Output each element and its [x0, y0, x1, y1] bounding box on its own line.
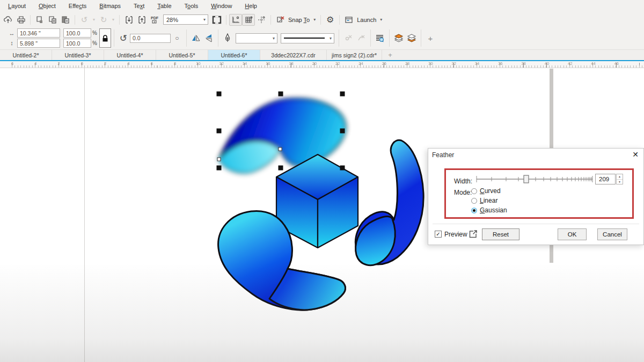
scale-height-field[interactable]: 100.0 [63, 39, 91, 48]
paste-icon[interactable] [59, 14, 72, 26]
document-tab-untitled-4[interactable]: Untitled-4* [104, 50, 156, 60]
menu-item-text[interactable]: Text [127, 0, 151, 12]
curve-node-marker[interactable] [217, 158, 221, 161]
width-spinner[interactable]: ▲ ▼ [616, 174, 623, 184]
undo-dropdown-icon[interactable]: ▾ [91, 17, 97, 22]
selection-handle[interactable] [217, 129, 222, 134]
document-tab-untitled-5[interactable]: Untitled-5* [156, 50, 208, 60]
mode-option-linear[interactable]: Linear [471, 196, 507, 205]
zoom-level-combobox[interactable]: 28% ▾ [163, 14, 208, 25]
document-tab-untitled-2[interactable]: Untitled-2* [0, 50, 52, 60]
launch-label[interactable]: Launch [355, 17, 378, 23]
selection-handle[interactable] [217, 92, 222, 97]
reset-button[interactable]: Reset [482, 228, 519, 240]
document-tab-untitled-3[interactable]: Untitled-3* [52, 50, 104, 60]
wrap-text-icon[interactable] [374, 32, 386, 44]
slider-handle[interactable] [524, 175, 529, 183]
preview-checkbox[interactable]: ✓ [435, 231, 442, 238]
close-icon[interactable]: ✕ [632, 150, 639, 159]
radio-icon-gaussian[interactable] [471, 208, 477, 213]
node-reduce-2-icon[interactable] [355, 32, 368, 44]
publish-pdf-icon[interactable]: PDF [148, 14, 161, 26]
rotation-center-icon[interactable]: ○ [171, 32, 184, 44]
lock-ratio-button[interactable] [99, 28, 111, 48]
ruler-label: 6 [11, 61, 13, 66]
line-style-dropdown[interactable]: ▾ [281, 33, 334, 43]
redo-dropdown-icon[interactable]: ▾ [110, 17, 116, 22]
selection-handle[interactable] [279, 166, 283, 171]
selection-handle[interactable] [279, 92, 283, 97]
popout-icon[interactable] [468, 229, 478, 239]
snap-to-dropdown-icon[interactable]: ▾ [311, 17, 318, 22]
document-tab-file-5[interactable]: 3ddec2022X7.cdr [260, 50, 327, 60]
zoom-dropdown-icon[interactable]: ▾ [201, 17, 208, 22]
mirror-vertical-icon[interactable] [202, 32, 215, 44]
snap-to-label[interactable]: Snap To [287, 17, 311, 23]
ruler-label: 8 [174, 61, 176, 66]
right-comma-shape[interactable] [355, 140, 423, 265]
menu-item-bitmaps[interactable]: Bitmaps [93, 0, 127, 12]
selection-handle[interactable] [340, 129, 345, 134]
selection-handle[interactable] [340, 166, 345, 171]
mode-option-curved[interactable]: Curved [471, 186, 507, 196]
node-reduce-icon[interactable] [342, 32, 355, 44]
print-icon[interactable] [14, 14, 27, 26]
spinner-down-icon[interactable]: ▼ [617, 180, 623, 184]
outline-width-dropdown-icon[interactable]: ▾ [270, 36, 277, 41]
cloud-upload-icon[interactable] [2, 14, 14, 26]
selection-handle[interactable] [217, 166, 222, 171]
document-tab-file-6[interactable]: jims sign2 (2).cdr* [327, 50, 382, 60]
toolbar-separator [339, 29, 339, 47]
scale-width-field[interactable]: 100.0 [63, 28, 91, 38]
show-grid-icon[interactable] [242, 14, 255, 26]
toolbar-separator [339, 15, 340, 25]
to-back-icon[interactable] [405, 32, 418, 44]
line-style-dropdown-icon[interactable]: ▾ [327, 36, 334, 41]
radio-icon-linear[interactable] [471, 198, 477, 204]
outline-width-dropdown[interactable]: ▾ [236, 33, 277, 43]
radio-icon-curved[interactable] [471, 188, 477, 194]
outline-pen-icon[interactable] [221, 32, 234, 44]
mirror-horizontal-icon[interactable] [189, 32, 202, 44]
menu-item-object[interactable]: Object [32, 0, 62, 12]
object-height-field[interactable]: 5.898 " [17, 39, 60, 48]
menu-item-layout[interactable]: Layout [2, 0, 32, 12]
snap-off-icon[interactable] [274, 14, 287, 26]
duplicate-icon[interactable] [46, 14, 59, 26]
menu-item-help[interactable]: Help [238, 0, 264, 12]
rotation-angle-field[interactable]: 0.0 [130, 34, 171, 43]
new-tab-button[interactable]: + [382, 50, 398, 60]
width-slider[interactable] [475, 174, 594, 184]
redo-icon[interactable]: ↻ [97, 14, 110, 26]
spinner-up-icon[interactable]: ▲ [617, 174, 623, 180]
show-guidelines-icon[interactable] [255, 14, 268, 26]
menu-item-tools[interactable]: Tools [178, 0, 205, 12]
curve-node-marker[interactable] [279, 147, 282, 151]
show-rulers-icon[interactable] [229, 14, 242, 26]
copy-icon[interactable] [33, 14, 46, 26]
options-gear-icon[interactable]: ⚙ [324, 14, 336, 26]
horizontal-ruler[interactable]: 6420246810121416182022242628303234363840… [0, 61, 644, 68]
add-items-icon[interactable]: + [424, 32, 437, 44]
undo-icon[interactable]: ↺ [78, 14, 91, 26]
full-screen-preview-icon[interactable] [210, 14, 223, 26]
to-front-icon[interactable] [392, 32, 405, 44]
cancel-button[interactable]: Cancel [597, 228, 627, 240]
mode-option-gaussian[interactable]: Gaussian [471, 205, 507, 215]
import-icon[interactable] [122, 14, 135, 26]
ok-button[interactable]: OK [558, 228, 587, 240]
toolbar-separator [270, 15, 271, 25]
mode-label: Mode: [454, 189, 472, 196]
menu-item-effects[interactable]: Effects [62, 0, 93, 12]
document-tab-untitled-6[interactable]: Untitled-6* [208, 50, 260, 60]
export-icon[interactable] [135, 14, 148, 26]
launch-dropdown-icon[interactable]: ▾ [378, 17, 384, 22]
canvas[interactable]: Feather ✕ Width: 209 ▲ ▼ Mode: CurvedLin… [0, 68, 644, 362]
launch-icon[interactable] [342, 14, 355, 26]
object-width-field[interactable]: 10.346 " [17, 28, 60, 38]
selection-handle[interactable] [340, 92, 345, 97]
menu-item-window[interactable]: Window [204, 0, 238, 12]
toolbar-separator [226, 15, 226, 25]
menu-item-table[interactable]: Table [151, 0, 178, 12]
width-value-field[interactable]: 209 [595, 174, 616, 184]
